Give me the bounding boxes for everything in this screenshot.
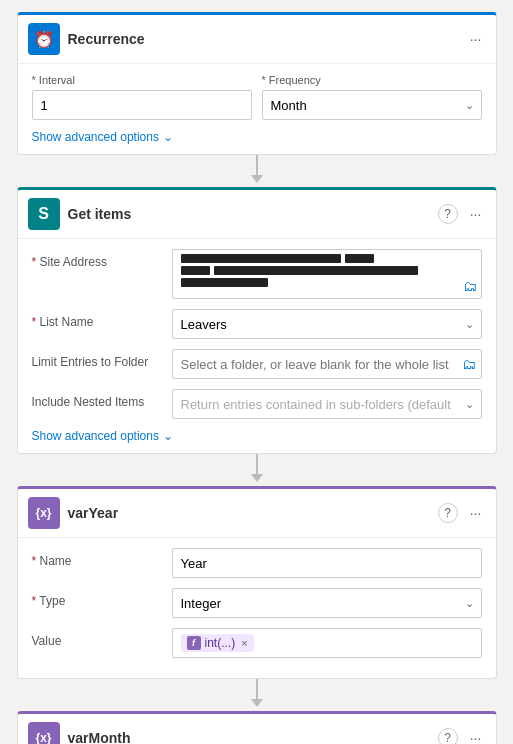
list-name-row: * List Name Leavers ⌄ [32,309,482,339]
masked-block-1 [181,254,342,263]
recurrence-card: ⏰ Recurrence ··· * Interval * Frequency … [17,12,497,155]
masked-block-3 [181,266,210,275]
year-chip-close-button[interactable]: × [241,637,247,649]
year-value-chip-row[interactable]: f int(...) × [172,628,482,658]
year-type-label: * Type [32,588,162,608]
year-type-select-wrapper: Integer ⌄ [172,588,482,618]
connector-3 [251,679,263,711]
clock-icon: ⏰ [34,30,54,49]
year-value-row: Value f int(...) × [32,628,482,658]
arrow-icon-3 [251,699,263,707]
advanced-chevron-icon: ⌄ [163,130,173,144]
s-letter-icon: S [38,205,49,223]
connector-line-2 [256,454,258,474]
year-chip-label: int(...) [205,636,236,650]
var-year-actions: ? ··· [438,503,486,523]
limit-entries-field: 🗂 [172,349,482,379]
var-year-card: {x} varYear ? ··· * Name * Type Integer … [17,486,497,679]
site-address-field: 🗂 [172,249,482,299]
var-year-icon: {x} [28,497,60,529]
arrow-icon-2 [251,474,263,482]
var-month-card: {x} varMonth ? ··· * Name * Type String … [17,711,497,744]
var-month-help-button[interactable]: ? [438,728,458,744]
nested-items-row: Include Nested Items Return entries cont… [32,389,482,419]
recurrence-body: * Interval * Frequency Month ⌄ Show adva… [18,64,496,154]
var-month-more-button[interactable]: ··· [466,728,486,744]
year-value-chip: f int(...) × [181,634,254,652]
year-type-select[interactable]: Integer [172,588,482,618]
connector-2 [251,454,263,486]
year-type-row: * Type Integer ⌄ [32,588,482,618]
getitems-icon: S [28,198,60,230]
recurrence-icon: ⏰ [28,23,60,55]
limit-entries-folder-icon: 🗂 [462,356,476,372]
site-address-label: * Site Address [32,249,162,269]
limit-entries-row: Limit Entries to Folder 🗂 [32,349,482,379]
curly-icon-year: {x} [35,506,51,520]
year-chip-icon: f [187,636,201,650]
interval-row: * Interval * Frequency Month ⌄ [32,74,482,120]
list-name-select-wrapper: Leavers ⌄ [172,309,482,339]
getitems-more-button[interactable]: ··· [466,204,486,224]
recurrence-advanced-link[interactable]: Show advanced options ⌄ [32,130,482,144]
var-year-help-button[interactable]: ? [438,503,458,523]
getitems-help-button[interactable]: ? [438,204,458,224]
getitems-card: S Get items ? ··· * Site Address [17,187,497,454]
masked-block-5 [181,278,269,287]
list-name-select[interactable]: Leavers [172,309,482,339]
curly-icon-month: {x} [35,731,51,744]
interval-input[interactable] [32,90,252,120]
connector-1 [251,155,263,187]
var-year-header: {x} varYear ? ··· [18,489,496,538]
nested-items-label: Include Nested Items [32,389,162,409]
year-name-row: * Name [32,548,482,578]
limit-entries-label: Limit Entries to Folder [32,349,162,369]
recurrence-header: ⏰ Recurrence ··· [18,15,496,64]
getitems-advanced-link[interactable]: Show advanced options ⌄ [32,429,482,443]
recurrence-title: Recurrence [68,31,458,47]
site-address-box[interactable]: 🗂 [172,249,482,299]
nested-items-select[interactable]: Return entries contained in sub-folders … [172,389,482,419]
getitems-body: * Site Address [18,239,496,453]
year-name-label: * Name [32,548,162,568]
limit-entries-input[interactable] [172,349,482,379]
flow-container: ⏰ Recurrence ··· * Interval * Frequency … [0,0,513,744]
recurrence-more-button[interactable]: ··· [466,29,486,49]
var-month-header: {x} varMonth ? ··· [18,714,496,744]
connector-line-3 [256,679,258,699]
year-value-label: Value [32,628,162,648]
getitems-header: S Get items ? ··· [18,190,496,239]
list-name-label: * List Name [32,309,162,329]
frequency-select[interactable]: Month [262,90,482,120]
arrow-icon-1 [251,175,263,183]
var-month-title: varMonth [68,730,430,744]
masked-block-4 [214,266,418,275]
var-year-more-button[interactable]: ··· [466,503,486,523]
var-year-body: * Name * Type Integer ⌄ Value f int(...) [18,538,496,678]
getitems-title: Get items [68,206,430,222]
connector-line-1 [256,155,258,175]
recurrence-actions: ··· [466,29,486,49]
getitems-actions: ? ··· [438,204,486,224]
frequency-label: * Frequency [262,74,482,86]
var-month-actions: ? ··· [438,728,486,744]
site-address-row: * Site Address [32,249,482,299]
var-year-title: varYear [68,505,430,521]
masked-block-2 [345,254,374,263]
getitems-advanced-chevron-icon: ⌄ [163,429,173,443]
frequency-select-wrapper: Month ⌄ [262,90,482,120]
site-address-dropdown-icon[interactable]: 🗂 [463,278,477,294]
interval-label: * Interval [32,74,252,86]
var-month-icon: {x} [28,722,60,744]
nested-items-select-wrapper: Return entries contained in sub-folders … [172,389,482,419]
year-name-input[interactable] [172,548,482,578]
